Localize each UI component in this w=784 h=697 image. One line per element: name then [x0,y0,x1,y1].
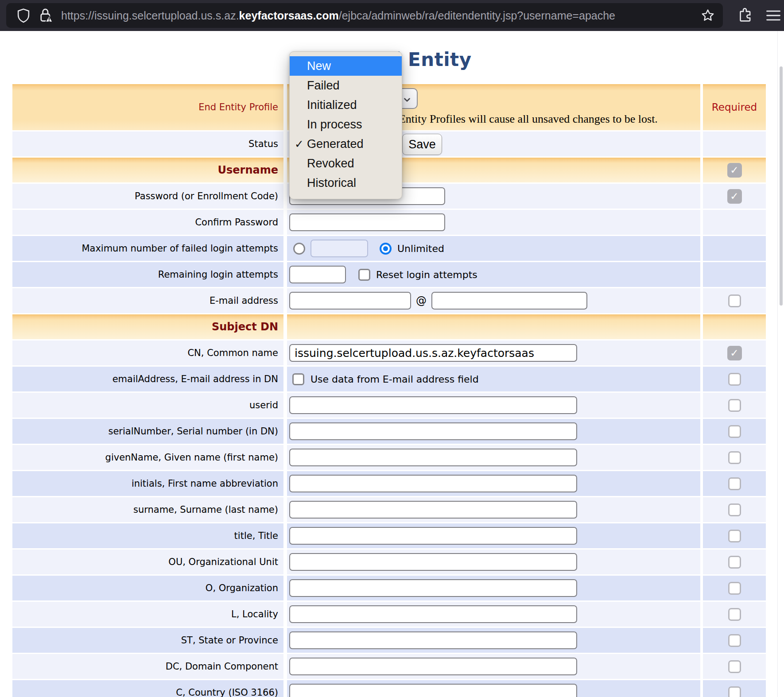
menu-item-generated[interactable]: ✓Generated [290,134,402,154]
url-text[interactable]: https://issuing.selcertupload.us.s.az.ke… [61,9,695,22]
remaining-attempts-input[interactable] [289,266,346,283]
row-label: ST, State or Province [12,628,283,653]
chevron-down-icon [402,95,412,105]
c-input[interactable] [289,684,577,697]
lock-warning-icon[interactable] [36,8,56,23]
row-st: ST, State or Province [12,628,766,653]
extensions-puzzle-icon[interactable] [736,7,754,24]
menu-item-historical[interactable]: Historical [290,173,402,193]
givenname-input[interactable] [289,449,577,466]
shield-icon[interactable] [13,8,34,23]
row-label: Password (or Enrollment Code) [12,184,283,209]
row-surname: surname, Surname (last name) [12,497,766,522]
menu-item-in-process[interactable]: In process [290,115,402,134]
row-label: C, Country (ISO 3166) [12,680,283,697]
unlimited-label: Unlimited [397,243,444,254]
row-label: E-mail address [12,288,283,313]
row-subject-dn-header: Subject DN [12,314,766,339]
o-input[interactable] [289,579,577,597]
row-label: initials, First name abbreviation [12,471,283,496]
menu-item-initialized[interactable]: Initialized [290,95,402,115]
initials-input[interactable] [289,475,577,492]
menu-item-revoked[interactable]: Revoked [290,154,402,173]
row-label: O, Organization [12,576,283,600]
row-o: O, Organization [12,576,766,600]
required-checkbox-checked: ✓ [727,189,742,204]
row-ou: OU, Organizational Unit [12,550,766,574]
bookmark-star-icon[interactable] [699,8,717,23]
required-checkbox-checked: ✓ [727,163,742,178]
row-label: L, Locality [12,602,283,627]
required-checkbox-unchecked [728,451,741,464]
row-givenname: givenName, Given name (first name) [12,445,766,470]
row-remaining-logins: Remaining login attempts Reset login att… [12,262,766,287]
menu-item-failed[interactable]: Failed [290,76,402,95]
row-label: Remaining login attempts [12,262,283,287]
url-path: /ejbca/adminweb/ra/editendentity.jsp?use… [339,9,615,22]
section-title: Subject DN [12,314,283,339]
userid-input[interactable] [289,396,577,414]
scrollbar-track[interactable] [777,31,784,697]
row-label: userid [12,393,283,418]
confirm-password-input[interactable] [289,213,445,231]
max-attempts-specified-radio[interactable] [293,243,305,255]
use-email-data-checkbox[interactable] [292,373,304,385]
l-input[interactable] [289,605,577,623]
section-title: Username [12,158,283,182]
row-userid: userid [12,393,766,418]
required-checkbox-unchecked [728,503,741,516]
email-local-input[interactable] [289,292,411,310]
required-checkbox-unchecked [728,399,741,412]
row-label: emailAddress, E-mail address in DN [12,367,283,391]
required-checkbox-unchecked [728,477,741,490]
max-attempts-unlimited-radio[interactable] [380,243,392,255]
row-confirm-password: Confirm Password [12,210,766,235]
cn-input[interactable] [289,344,577,362]
save-button[interactable]: Save [402,134,442,155]
st-input[interactable] [289,631,577,649]
title-input[interactable] [289,527,577,545]
row-cn: CN, Common name ✓ [12,341,766,365]
row-label: Status [12,132,283,156]
row-label: CN, Common name [12,341,283,365]
row-label: End Entity Profile [12,84,283,130]
menu-item-new[interactable]: New [290,56,402,76]
dc-input[interactable] [289,658,577,675]
row-c: C, Country (ISO 3166) [12,680,766,697]
row-l: L, Locality [12,602,766,627]
row-label: serialNumber, Serial number (in DN) [12,419,283,444]
row-email-in-dn: emailAddress, E-mail address in DN Use d… [12,367,766,391]
email-domain-input[interactable] [431,292,587,310]
reset-login-attempts-checkbox[interactable] [358,269,370,281]
status-dropdown-menu: New Failed Initialized In process ✓Gener… [289,51,402,199]
serialnumber-input[interactable] [289,422,577,440]
hamburger-menu-icon[interactable] [765,7,782,24]
use-email-data-label: Use data from E-mail address field [310,374,479,385]
required-checkbox-unchecked [728,608,741,621]
url-domain: keyfactorsaas.com [239,9,339,22]
required-checkbox-unchecked [728,530,741,542]
browser-toolbar: https://issuing.selcertupload.us.s.az.ke… [0,0,784,31]
surname-input[interactable] [289,501,577,519]
scrollbar-thumb[interactable] [780,66,783,306]
required-checkbox-unchecked [728,660,741,673]
row-initials: initials, First name abbreviation [12,471,766,496]
max-attempts-input [310,240,368,257]
email-at-symbol: @ [416,294,427,307]
row-label: title, Title [12,523,283,548]
required-checkbox-unchecked [728,686,741,697]
row-title: title, Title [12,523,766,548]
row-max-failed-logins: Maximum number of failed login attempts … [12,236,766,261]
url-prefix: https://issuing.selcertupload.us.s.az. [61,9,239,22]
required-checkbox-checked: ✓ [727,346,742,360]
ou-input[interactable] [289,553,577,571]
row-label: OU, Organizational Unit [12,550,283,574]
row-email-address: E-mail address @ [12,288,766,313]
url-bar[interactable]: https://issuing.selcertupload.us.s.az.ke… [6,3,723,28]
required-column-header: Required [703,84,766,130]
required-checkbox-unchecked [728,425,741,438]
row-label: Confirm Password [12,210,283,235]
row-dc: DC, Domain Component [12,654,766,679]
required-checkbox-unchecked [728,582,741,595]
required-checkbox-unchecked [728,294,741,307]
